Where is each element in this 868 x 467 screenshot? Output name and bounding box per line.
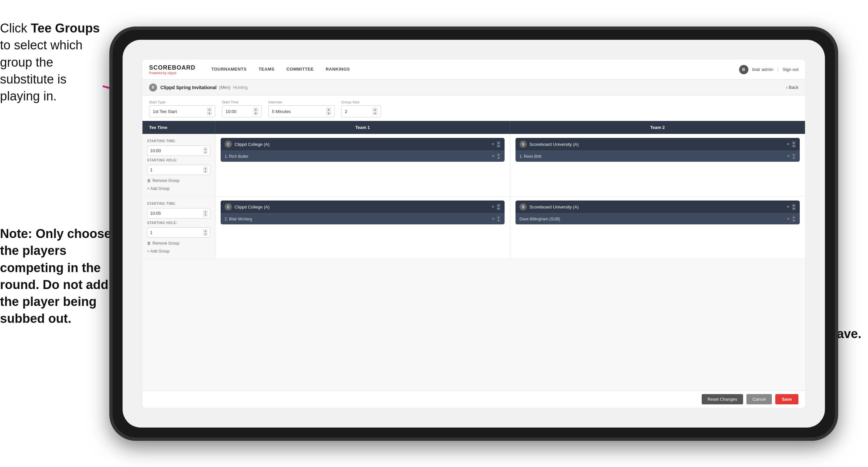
team-card-remove-1-2[interactable]: ✕ [786, 204, 790, 209]
player-spin-1-1-0: ▲ ▼ [497, 216, 501, 222]
nav-rankings[interactable]: RANKINGS [320, 60, 356, 80]
nav-committee[interactable]: COMMITTEE [280, 60, 320, 80]
group-size-down[interactable]: ▼ [373, 112, 377, 115]
table-area: Tee Time Team 1 Team 2 STARTING TIME: 10… [143, 121, 805, 390]
nav-user: blair admin [752, 67, 774, 72]
team-card-header-0-2: S Scoreboard University (A) ✕ ▲ ▼ [516, 138, 800, 150]
player-spin-up-0-1-0[interactable]: ▲ [497, 153, 501, 156]
start-time-label: Start Time [222, 100, 262, 104]
player-remove-0-1-0[interactable]: ✕ [492, 154, 495, 158]
starting-time-label-1: STARTING TIME: [147, 202, 210, 205]
starting-hole-down-0[interactable]: ▼ [204, 170, 207, 173]
player-spin-up-1-2-0[interactable]: ▲ [792, 216, 796, 219]
team-card-avatar-0-1: C [225, 141, 232, 148]
team-card-remove-0-1[interactable]: ✕ [491, 142, 495, 146]
intervals-label: Intervals [268, 100, 335, 104]
starting-hole-up-1[interactable]: ▲ [204, 229, 207, 232]
start-time-input[interactable]: 10:00 ▲ ▼ [222, 106, 262, 117]
team-card-spin-1-1: ▲ ▼ [497, 204, 501, 210]
starting-time-down-0[interactable]: ▼ [204, 151, 207, 154]
starting-hole-input-0[interactable]: 1 ▲ ▼ [147, 165, 210, 175]
remove-group-button-0[interactable]: 🗑 Remove Group [147, 178, 210, 183]
start-type-down[interactable]: ▼ [207, 112, 212, 115]
team-card-1-2: S Scoreboard University (A) ✕ ▲ ▼ [516, 201, 800, 224]
team-card-spin-up-0-2[interactable]: ▲ [792, 141, 796, 144]
player-spin-up-0-2-0[interactable]: ▲ [792, 153, 796, 156]
team2-cell-0: S Scoreboard University (A) ✕ ▲ ▼ [510, 134, 805, 196]
add-group-button-0[interactable]: + Add Group [147, 186, 210, 191]
tournament-gender: (Men) [219, 85, 230, 90]
team-card-avatar-1-2: S [520, 203, 527, 210]
player-remove-1-1-0[interactable]: ✕ [492, 217, 495, 221]
team-card-controls-1-2: ✕ ▲ ▼ [786, 204, 796, 210]
intervals-input[interactable]: 5 Minutes ▲ ▼ [268, 106, 335, 117]
team2-cell-1: S Scoreboard University (A) ✕ ▲ ▼ [510, 197, 805, 259]
intervals-down[interactable]: ▼ [326, 112, 331, 115]
save-button[interactable]: Save [775, 394, 799, 404]
start-type-input[interactable]: 1st Tee Start ▲ ▼ [149, 106, 215, 117]
nav-avatar: B [739, 65, 748, 74]
back-button[interactable]: ‹ Back [786, 85, 799, 90]
team-card-spin-up-1-2[interactable]: ▲ [792, 204, 796, 207]
team-card-name-1-1: Clippd College (A) [235, 204, 489, 209]
reset-changes-button[interactable]: Reset Changes [702, 394, 743, 404]
player-name-1-1-0: 2. Blair McHarg [225, 217, 489, 222]
team-card-remove-1-1[interactable]: ✕ [491, 204, 495, 209]
starting-time-down-1[interactable]: ▼ [204, 213, 207, 216]
player-spin-up-1-1-0[interactable]: ▲ [497, 216, 501, 219]
player-row-0-2-0: 1. Rees Britt ✕ ▲ ▼ [516, 150, 800, 162]
remove-group-icon-0: 🗑 [147, 178, 151, 183]
player-spin-down-1-2-0[interactable]: ▼ [792, 219, 796, 222]
player-spin-down-0-2-0[interactable]: ▼ [792, 156, 796, 159]
col-header-tee-time: Tee Time [143, 121, 215, 134]
player-spin-0-2-0: ▲ ▼ [792, 153, 796, 159]
intervals-group: Intervals 5 Minutes ▲ ▼ [268, 100, 335, 117]
team-card-remove-0-2[interactable]: ✕ [786, 142, 790, 146]
sign-out-link[interactable]: Sign out [782, 67, 799, 72]
nav-teams[interactable]: TEAMS [252, 60, 280, 80]
team-card-spin-up-1-1[interactable]: ▲ [497, 204, 501, 207]
starting-hole-down-1[interactable]: ▼ [204, 233, 207, 236]
player-name-1-2-0: Dave Billingham (SUB) [520, 217, 784, 222]
nav-logo: SCOREBOARD Powered by clippd [149, 64, 195, 75]
player-controls-1-1-0: ✕ ▲ ▼ [492, 216, 501, 222]
starting-hole-up-0[interactable]: ▲ [204, 167, 207, 170]
tablet-screen: SCOREBOARD Powered by clippd TOURNAMENTS… [123, 40, 825, 428]
player-remove-1-2-0[interactable]: ✕ [787, 217, 790, 221]
remove-group-button-1[interactable]: 🗑 Remove Group [147, 241, 210, 245]
player-spin-0-1-0: ▲ ▼ [497, 153, 501, 159]
starting-time-input-1[interactable]: 10:05 ▲ ▼ [147, 208, 210, 218]
starting-time-up-1[interactable]: ▲ [204, 210, 207, 213]
group-size-group: Group Size 2 ▲ ▼ [341, 100, 381, 117]
start-time-up[interactable]: ▲ [253, 108, 258, 111]
nav-tournaments[interactable]: TOURNAMENTS [206, 60, 252, 80]
team-card-spin-down-1-2[interactable]: ▼ [792, 207, 796, 210]
team-card-header-1-2: S Scoreboard University (A) ✕ ▲ ▼ [516, 201, 800, 213]
team-card-name-0-2: Scoreboard University (A) [529, 142, 784, 147]
group-size-input[interactable]: 2 ▲ ▼ [341, 106, 381, 117]
tournament-name: Clippd Spring Invitational [160, 85, 217, 90]
starting-hole-input-1[interactable]: 1 ▲ ▼ [147, 227, 210, 238]
team-card-spin-0-1: ▲ ▼ [497, 141, 501, 147]
player-controls-1-2-0: ✕ ▲ ▼ [787, 216, 796, 222]
intervals-up[interactable]: ▲ [326, 108, 331, 111]
nav-items: TOURNAMENTS TEAMS COMMITTEE RANKINGS [206, 60, 739, 80]
team-card-header-1-1: C Clippd College (A) ✕ ▲ ▼ [221, 201, 504, 213]
start-type-up[interactable]: ▲ [207, 108, 212, 111]
team-card-header-0-1: C Clippd College (A) ✕ ▲ ▼ [221, 138, 504, 150]
team-card-spin-down-0-2[interactable]: ▼ [792, 145, 796, 147]
logo-title: SCOREBOARD [149, 64, 195, 71]
cancel-button[interactable]: Cancel [746, 394, 772, 404]
player-spin-down-0-1-0[interactable]: ▼ [497, 156, 501, 159]
starting-time-up-0[interactable]: ▲ [204, 147, 207, 150]
team-card-spin-up-0-1[interactable]: ▲ [497, 141, 501, 144]
team-card-spin-down-1-1[interactable]: ▼ [497, 207, 501, 210]
add-group-button-1[interactable]: + Add Group [147, 249, 210, 254]
team-card-spin-0-2: ▲ ▼ [792, 141, 796, 147]
player-remove-0-2-0[interactable]: ✕ [787, 154, 790, 158]
player-spin-down-1-1-0[interactable]: ▼ [497, 219, 501, 222]
start-time-down[interactable]: ▼ [253, 112, 258, 115]
starting-time-input-0[interactable]: 10:00 ▲ ▼ [147, 146, 210, 156]
team-card-spin-down-0-1[interactable]: ▼ [497, 145, 501, 147]
group-size-up[interactable]: ▲ [373, 108, 377, 111]
